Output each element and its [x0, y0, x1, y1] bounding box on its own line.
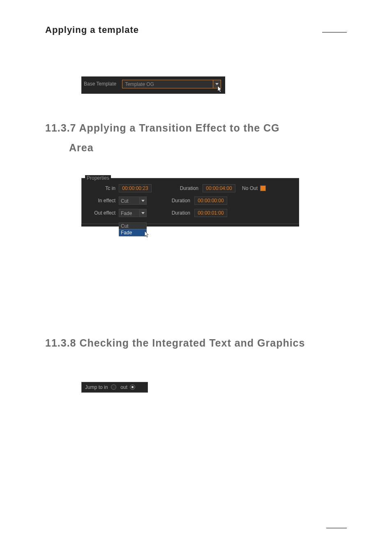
out-effect-label: Out effect: [86, 210, 115, 216]
in-effect-label: In effect: [86, 198, 115, 204]
heading-11-3-8: 11.3.8 Checking the Integrated Text and …: [45, 333, 347, 353]
heading-applying-template: Applying a template: [45, 25, 347, 35]
jump-to-panel: Jump to in out: [81, 382, 148, 393]
tc-duration-field[interactable]: 00:00:04:00: [203, 184, 235, 192]
dropdown-option-fade[interactable]: Fade: [119, 229, 147, 236]
duration-label-3: Duration: [167, 210, 190, 216]
out-effect-value: Fade: [119, 209, 139, 217]
out-effect-duration-field[interactable]: 00:00:01:00: [194, 209, 227, 217]
jump-to-label: Jump to in: [85, 384, 108, 390]
footer-rule: [326, 528, 347, 528]
jump-to-in-radio[interactable]: [111, 384, 116, 390]
tc-in-label: Tc in: [86, 185, 115, 191]
base-template-label: Base Template: [84, 81, 116, 87]
in-effect-duration-field[interactable]: 00:00:00:00: [194, 197, 227, 205]
heading-11-3-7-line1: 11.3.7 Applying a Transition Effect to t…: [45, 122, 280, 134]
header-rule: [322, 32, 347, 32]
jump-to-out-label: out: [120, 384, 127, 390]
duration-label-2: Duration: [167, 198, 190, 204]
in-effect-combo[interactable]: Cut: [119, 197, 147, 205]
in-effect-value: Cut: [119, 197, 139, 204]
heading-11-3-7: 11.3.7 Applying a Transition Effect to t…: [45, 118, 347, 157]
properties-panel: Properties Tc in 00:00:00:23 Duration 00…: [81, 178, 299, 227]
out-effect-combo[interactable]: Fade: [119, 209, 147, 217]
chevron-down-icon[interactable]: [139, 197, 146, 204]
chevron-down-icon[interactable]: [213, 80, 221, 88]
no-out-label: No Out: [242, 185, 266, 191]
heading-11-3-7-line2: Area: [45, 138, 347, 158]
duration-label-1: Duration: [175, 185, 198, 191]
jump-to-out-radio[interactable]: [130, 384, 135, 390]
out-effect-dropdown: Cut Fade: [119, 222, 147, 236]
base-template-panel: Base Template Template OG: [81, 76, 225, 94]
no-out-checkbox[interactable]: [260, 185, 266, 191]
base-template-value: Template OG: [122, 80, 213, 88]
chevron-down-icon[interactable]: [139, 209, 146, 217]
base-template-combo[interactable]: Template OG: [122, 80, 221, 88]
properties-legend: Properties: [85, 175, 111, 181]
dropdown-option-cut[interactable]: Cut: [119, 223, 146, 229]
tc-in-field[interactable]: 00:00:00:23: [119, 184, 152, 192]
